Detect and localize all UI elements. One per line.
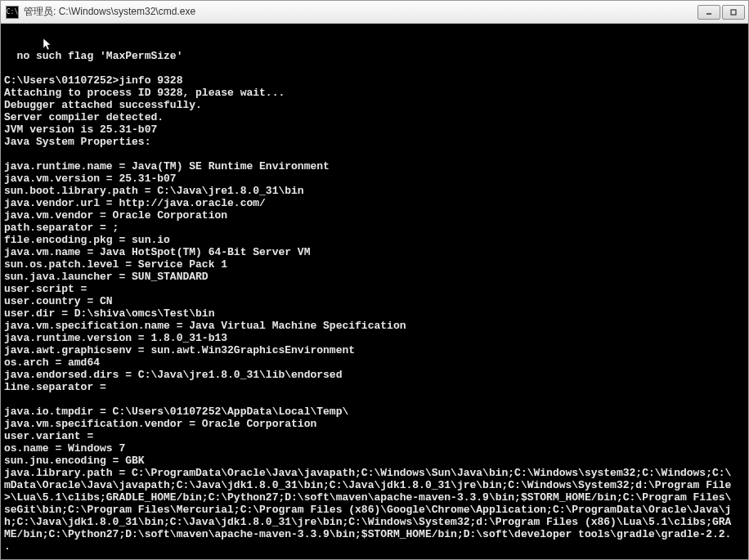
- terminal-output[interactable]: no such flag 'MaxPermSize' C:\Users\0110…: [1, 24, 748, 559]
- cmd-icon: C:\: [6, 6, 19, 19]
- minimize-icon: [705, 8, 713, 16]
- titlebar-left: C:\ 管理员: C:\Windows\system32\cmd.exe: [6, 5, 195, 19]
- svg-rect-1: [731, 10, 736, 15]
- window-controls: [697, 5, 745, 20]
- mouse-cursor-icon: [5, 26, 14, 39]
- maximize-icon: [729, 8, 738, 16]
- cmd-window: C:\ 管理员: C:\Windows\system32\cmd.exe no …: [0, 0, 749, 560]
- minimize-button[interactable]: [697, 5, 720, 20]
- maximize-button[interactable]: [722, 5, 745, 20]
- window-title: 管理员: C:\Windows\system32\cmd.exe: [24, 5, 195, 19]
- titlebar[interactable]: C:\ 管理员: C:\Windows\system32\cmd.exe: [1, 1, 748, 24]
